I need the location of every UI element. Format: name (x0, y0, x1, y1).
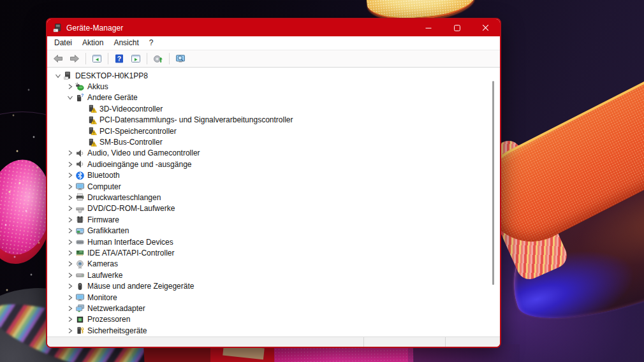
tree-item[interactable]: IDE ATA/ATAPI-Controller (47, 247, 500, 258)
chevron-right-icon[interactable] (64, 326, 75, 335)
tree-item[interactable]: Kameras (47, 259, 500, 270)
tree-item-label[interactable]: Audio, Video und Gamecontroller (87, 148, 200, 157)
device-tree: DESKTOP-H0K1PP8Akkus?Andere Geräte3D-Vid… (47, 68, 500, 337)
gpu-icon (75, 226, 85, 236)
show-console-tree-button[interactable] (89, 52, 105, 66)
tree-item[interactable]: Sicherheitsgeräte (47, 325, 500, 336)
scan-hardware-changes-button[interactable] (150, 52, 166, 66)
tree-item[interactable]: Computer (47, 181, 500, 192)
menu-datei[interactable]: Datei (49, 36, 77, 50)
chevron-right-icon[interactable] (64, 282, 75, 291)
tree-item-label[interactable]: Laufwerke (87, 271, 122, 280)
chevron-down-icon[interactable] (64, 93, 75, 103)
tree-item[interactable]: Grafikkarten (47, 225, 500, 236)
tree-item-label[interactable]: IDE ATA/ATAPI-Controller (87, 249, 174, 257)
chevron-right-icon[interactable] (64, 159, 75, 169)
tree-item-label[interactable]: Firmware (87, 215, 119, 224)
chevron-right-icon[interactable] (64, 303, 75, 313)
maximize-icon (454, 25, 460, 31)
toolbar: ? (47, 50, 500, 68)
tree-item[interactable]: Firmware (47, 214, 500, 225)
device-search-button[interactable] (173, 52, 188, 66)
tree-item-label[interactable]: PCI-Speichercontroller (99, 127, 177, 136)
statusbar-section (363, 337, 445, 347)
warning-device-icon (87, 126, 97, 136)
chevron-right-icon[interactable] (64, 248, 75, 257)
desktop: Geräte-Manager Datei Aktion Ansicht ? ? … (0, 0, 644, 362)
maximize-button[interactable] (443, 19, 471, 36)
tree-item[interactable]: Druckwarteschlangen (47, 192, 500, 203)
menu-help[interactable]: ? (144, 36, 159, 50)
tree-item-label[interactable]: DESKTOP-H0K1PP8 (75, 71, 148, 80)
tree-item-label[interactable]: Akkus (87, 82, 108, 91)
chevron-right-icon[interactable] (64, 259, 75, 269)
tree-item[interactable]: SM-Bus-Controller (47, 136, 500, 147)
chevron-right-icon[interactable] (64, 171, 75, 180)
titlebar[interactable]: Geräte-Manager (47, 19, 500, 36)
chevron-down-icon[interactable] (52, 71, 63, 80)
tree-item[interactable]: ?Andere Geräte (47, 92, 500, 103)
tree-item-label[interactable]: Netzwerkadapter (87, 304, 145, 313)
tree-item-label[interactable]: Andere Geräte (87, 93, 138, 102)
tree-item-label[interactable]: Grafikkarten (87, 226, 129, 235)
chevron-right-icon[interactable] (64, 226, 75, 236)
show-action-pane-button[interactable] (128, 52, 143, 66)
tree-item-label[interactable]: PCI-Datensammlungs- und Signalverarbeitu… (99, 115, 293, 124)
tree-item-label[interactable]: Computer (87, 182, 121, 191)
chevron-right-icon[interactable] (64, 215, 75, 224)
close-button[interactable] (471, 19, 500, 36)
chevron-right-icon[interactable] (64, 148, 75, 158)
tree-item-label[interactable]: SM-Bus-Controller (99, 138, 163, 147)
tree-item[interactable]: PCI-Speichercontroller (47, 126, 500, 136)
back-button[interactable] (50, 52, 66, 66)
vertical-scrollbar[interactable] (492, 81, 494, 285)
tree-item[interactable]: Mäuse und andere Zeigegeräte (47, 280, 500, 291)
tree-item-label[interactable]: Prozessoren (87, 315, 130, 324)
minimize-button[interactable] (414, 19, 443, 36)
tree-item-label[interactable]: 3D-Videocontroller (99, 105, 163, 113)
tree-item-label[interactable]: Monitore (87, 293, 117, 302)
tree-item-label[interactable]: Audioeingänge und -ausgänge (87, 160, 191, 169)
svg-text:?: ? (117, 55, 121, 62)
tree-item-label[interactable]: Bluetooth (87, 171, 120, 180)
camera-icon (75, 259, 85, 269)
chevron-right-icon[interactable] (64, 315, 75, 324)
tree-item[interactable]: PCI-Datensammlungs- und Signalverarbeitu… (47, 115, 500, 126)
tree-item-label[interactable]: Mäuse und andere Zeigegeräte (87, 282, 194, 291)
menu-ansicht[interactable]: Ansicht (108, 36, 143, 50)
forward-button[interactable] (67, 52, 82, 66)
tree-item[interactable]: DESKTOP-H0K1PP8 (47, 70, 500, 81)
tree-item-label[interactable]: Kameras (87, 259, 118, 268)
minimize-icon (425, 25, 432, 31)
tree-item[interactable]: Monitore (47, 292, 500, 303)
tree-item[interactable]: Audioeingänge und -ausgänge (47, 159, 500, 170)
firmware-icon (75, 215, 85, 224)
chevron-right-icon[interactable] (64, 293, 75, 302)
tree-item[interactable]: 3D-Videocontroller (47, 103, 500, 114)
tree-item-label[interactable]: DVD/CD-ROM-Laufwerke (87, 204, 175, 213)
tree-item-label[interactable]: Druckwarteschlangen (87, 193, 161, 202)
forward-icon (70, 54, 80, 64)
tree-item[interactable]: Netzwerkadapter (47, 303, 500, 314)
tree-item[interactable]: Laufwerke (47, 270, 500, 280)
tree-item-label[interactable]: Human Interface Devices (87, 238, 173, 247)
tree-item[interactable]: Akkus (47, 81, 500, 92)
help-button[interactable]: ? (112, 52, 127, 66)
help-icon: ? (114, 54, 124, 64)
tree-item[interactable]: Human Interface Devices (47, 236, 500, 247)
tree-item[interactable]: Bluetooth (47, 170, 500, 181)
tree-item-label[interactable]: Sicherheitsgeräte (87, 326, 147, 335)
chevron-right-icon[interactable] (64, 192, 75, 202)
tree-item[interactable]: Audio, Video und Gamecontroller (47, 148, 500, 159)
chevron-right-icon[interactable] (64, 270, 75, 280)
window-title: Geräte-Manager (66, 24, 123, 33)
security-device-icon (75, 326, 85, 335)
chevron-right-icon[interactable] (64, 82, 75, 92)
menu-aktion[interactable]: Aktion (77, 36, 108, 50)
chevron-right-icon[interactable] (64, 237, 75, 247)
chevron-right-icon[interactable] (64, 204, 75, 214)
tree-item[interactable]: DVD/CD-ROM-Laufwerke (47, 203, 500, 214)
chevron-right-icon[interactable] (64, 182, 75, 191)
tree-item[interactable]: Prozessoren (47, 314, 500, 325)
printer-icon (75, 192, 85, 202)
